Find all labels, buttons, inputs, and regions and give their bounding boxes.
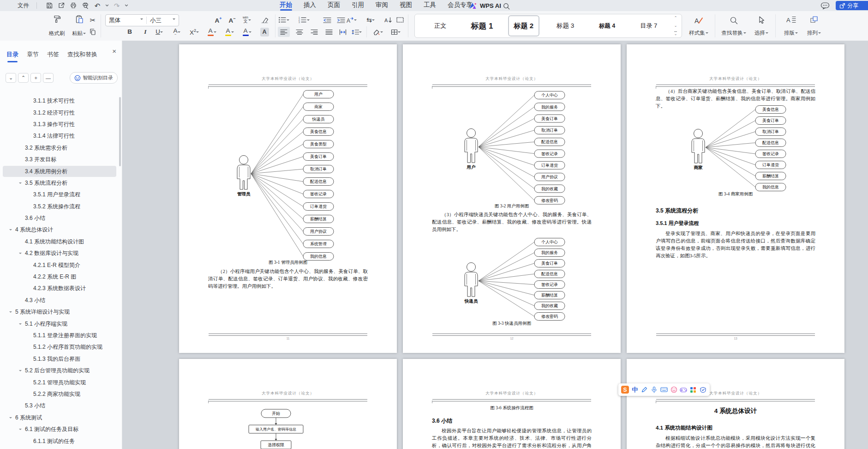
toc-item[interactable]: 6 系统测试 (0, 412, 118, 424)
pane-tab-目录[interactable]: 目录 (6, 50, 18, 60)
typeset-button[interactable]: A 排版 (780, 14, 802, 38)
toc-item[interactable]: 6.1.1 测试的任务 (0, 435, 118, 447)
wps-ai-button[interactable]: WPS AI (467, 0, 501, 11)
collapse-all-button[interactable]: ⌄ (6, 73, 16, 83)
toc-item[interactable]: 3.6 小结 (0, 212, 118, 224)
style-item-1[interactable]: 正文 (425, 15, 456, 36)
toc-item[interactable]: 5.1.2 小程序首页功能的实现 (0, 341, 118, 353)
page-6[interactable]: 大学本科毕业设计（论文） 4 系统总体设计 4.1 系统功能结构设计图 根据精细… (627, 359, 844, 449)
text-direction-button[interactable]: A (345, 15, 357, 25)
toc-item[interactable]: 4.1 系统功能结构设计图 (0, 236, 118, 248)
smart-toc-button[interactable]: 智能识别目录 (70, 72, 118, 84)
page-3[interactable]: 大学本科毕业设计（论文） （4）后台商家关键功能包含美食信息、美食订单、取消订单… (627, 44, 844, 353)
char-shading-button[interactable]: A (258, 27, 270, 37)
game-mode-icon[interactable] (679, 386, 688, 394)
toc-item[interactable]: 3.5.1 用户登录流程 (0, 189, 118, 200)
gallery-down-icon[interactable]: ⌄ (674, 24, 677, 28)
toc-item[interactable]: 4.2.2 系统 E-R 图 (0, 271, 118, 283)
borders-button[interactable] (389, 27, 401, 37)
print-icon[interactable] (68, 1, 78, 10)
zoom-out-toc-button[interactable]: — (43, 73, 54, 83)
toc-item[interactable]: 5 系统详细设计与实现 (0, 306, 118, 318)
cut-button[interactable]: ✂ (87, 15, 99, 25)
chinese-mode-icon[interactable]: 中 (631, 386, 639, 394)
tab-开始[interactable]: 开始 (279, 0, 293, 11)
sort-button[interactable]: A (382, 15, 394, 25)
justify-button[interactable] (323, 27, 335, 37)
align-right-button[interactable] (308, 27, 320, 37)
style-item-3[interactable]: 标题 2 (508, 15, 539, 36)
toc-item[interactable]: 4.2.3 系统数据表设计 (0, 283, 118, 294)
pane-tab-查找和替换[interactable]: 查找和替换 (67, 50, 97, 60)
format-painter-button[interactable]: 格式刷 (46, 13, 67, 38)
toc-item[interactable]: 4.3 小结 (0, 295, 118, 306)
toc-item[interactable]: 5.1.1 登录注册界面的实现 (0, 330, 118, 341)
close-pane-icon[interactable]: × (112, 47, 116, 55)
pane-tab-书签[interactable]: 书签 (47, 50, 59, 60)
style-gallery-scroll[interactable]: ⌃ ⌄ ⌄ (671, 16, 680, 36)
decrease-indent-button[interactable] (321, 15, 333, 25)
toc-item[interactable]: 4.2.1 E-R 模型简介 (0, 259, 118, 271)
font-size-select[interactable]: 小三 (147, 15, 179, 26)
style-item-6[interactable]: 目录 7 (633, 15, 664, 36)
tab-插入[interactable]: 插入 (303, 0, 317, 11)
pinyin-guide-button[interactable]: wén文 (241, 15, 253, 25)
toc-item[interactable]: 5.2.2 商家功能实现 (0, 388, 118, 400)
font-color-button[interactable]: A (241, 27, 253, 37)
message-center-icon[interactable] (820, 1, 830, 10)
hamburger-menu-icon[interactable] (5, 1, 15, 10)
font-color-alt-button[interactable]: A (206, 27, 218, 37)
toc-item[interactable]: 3.4 系统用例分析 (0, 165, 118, 177)
gallery-up-icon[interactable]: ⌃ (674, 16, 677, 20)
style-item-2[interactable]: 标题 1 (466, 15, 497, 36)
clear-format-button[interactable] (258, 15, 270, 25)
style-item-5[interactable]: 标题 4 (591, 15, 623, 36)
underline-button[interactable]: U (153, 27, 165, 37)
undo-dropdown-icon[interactable] (104, 1, 110, 10)
text-highlight-button[interactable]: A (223, 27, 235, 37)
file-menu-label[interactable]: 文件 (18, 2, 29, 10)
toc-item[interactable]: 6.1 测试的任务及目标 (0, 424, 118, 435)
copy-button[interactable] (87, 27, 99, 37)
pane-tab-章节[interactable]: 章节 (27, 50, 39, 60)
italic-button[interactable]: I (139, 27, 151, 37)
sidebar-scrollbar[interactable] (119, 97, 121, 166)
file-menu[interactable]: 文件 (5, 1, 29, 10)
document-canvas[interactable]: 大学本科毕业设计（论文） 用户商家快递员美食信息美食类型美食订单取消订单配送信息… (122, 41, 868, 449)
style-set-button[interactable]: A 样式集 (686, 14, 711, 38)
toc-item[interactable]: 5.2 后台管理员功能的实现 (0, 365, 118, 376)
toc-item[interactable]: 3.5.2 系统操作流程 (0, 201, 118, 212)
wrap-text-button[interactable]: ⇆ (365, 15, 377, 25)
char-effects-button[interactable]: A~ (171, 27, 183, 37)
toc-item[interactable]: 3.1.3 操作可行性 (0, 119, 118, 130)
toc-item[interactable]: 3.1.1 技术可行性 (0, 95, 118, 107)
toc-item[interactable]: 3.1.4 法律可行性 (0, 130, 118, 142)
page-4[interactable]: 大学本科毕业设计（论文） 开始输入用户名、密码等信息选择权限 (179, 359, 397, 449)
distribute-button[interactable] (337, 27, 349, 37)
find-replace-button[interactable]: 查找替换 (719, 14, 748, 38)
increase-font-button[interactable]: A+ (212, 15, 224, 25)
toc-item[interactable]: 4.2 数据库设计与实现 (0, 248, 118, 259)
apps-grid-icon[interactable] (689, 386, 697, 394)
style-item-4[interactable]: 标题 3 (550, 15, 581, 36)
share-button[interactable]: 分享 (836, 1, 868, 10)
shading-button[interactable] (372, 27, 384, 37)
redo-dropdown-icon[interactable] (124, 1, 129, 10)
show-marks-button[interactable] (394, 15, 406, 25)
search-icon[interactable] (501, 1, 511, 11)
toc-item[interactable]: 3.5 系统流程分析 (0, 177, 118, 189)
voice-input-icon[interactable] (650, 386, 658, 394)
export-icon[interactable] (56, 1, 66, 10)
sogou-logo-icon[interactable]: S (621, 386, 629, 394)
tab-视图[interactable]: 视图 (399, 0, 413, 11)
toc-item[interactable]: 3.2 系统需求分析 (0, 142, 118, 154)
decrease-font-button[interactable]: A− (226, 15, 238, 25)
page-2[interactable]: 大学本科毕业设计（论文） 个人中心我的服务美食订单取消订单配送信息签收记录订单退… (403, 44, 621, 353)
toc-item[interactable]: 3.3 开发目标 (0, 154, 118, 165)
align-center-button[interactable] (293, 27, 305, 37)
expand-all-button[interactable]: ⌃ (18, 73, 29, 83)
redo-icon[interactable]: ↷ (112, 1, 122, 10)
toc-item[interactable]: 4 系统总体设计 (0, 224, 118, 236)
arrange-button[interactable]: 排列 (803, 14, 825, 38)
tab-页面[interactable]: 页面 (327, 0, 341, 11)
